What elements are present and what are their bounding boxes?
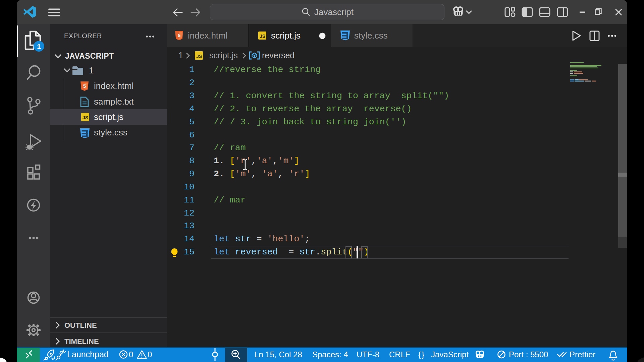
svg-text:JS: JS — [260, 34, 265, 39]
svg-text:JS: JS — [83, 115, 88, 120]
svg-text:5: 5 — [178, 33, 180, 38]
svg-text:5: 5 — [83, 83, 86, 89]
svg-text:JS: JS — [196, 54, 202, 59]
svg-text:1: 1 — [37, 43, 41, 50]
